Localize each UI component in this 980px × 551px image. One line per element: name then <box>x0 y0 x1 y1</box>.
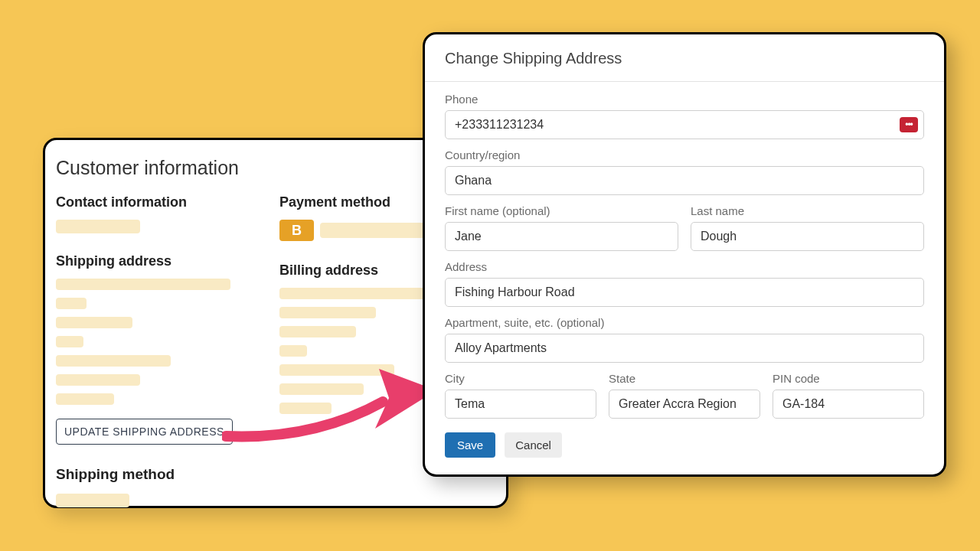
state-field[interactable] <box>609 390 760 419</box>
contact-info-heading: Contact information <box>56 194 272 210</box>
placeholder-line <box>279 307 376 318</box>
placeholder-line <box>279 326 356 337</box>
address-label: Address <box>445 260 924 273</box>
city-field[interactable] <box>445 390 596 419</box>
first-name-label: First name (optional) <box>445 204 678 217</box>
placeholder-line <box>56 298 87 309</box>
payment-provider-badge: B <box>279 220 314 241</box>
phone-label: Phone <box>445 93 924 106</box>
placeholder-line <box>279 403 332 414</box>
placeholder-line <box>56 279 230 290</box>
pin-field[interactable] <box>773 390 924 419</box>
state-label: State <box>609 372 760 385</box>
placeholder-line <box>56 220 140 233</box>
update-shipping-address-button[interactable]: UPDATE SHIPPING ADDRESS <box>56 419 233 445</box>
country-label: Country/region <box>445 148 924 161</box>
change-shipping-address-modal: Change Shipping Address Phone ••• Countr… <box>423 32 946 477</box>
password-manager-icon[interactable]: ••• <box>900 117 918 132</box>
placeholder-line <box>56 494 129 507</box>
apartment-label: Apartment, suite, etc. (optional) <box>445 316 924 329</box>
placeholder-line <box>279 345 307 357</box>
modal-header: Change Shipping Address <box>425 34 944 82</box>
apartment-field[interactable] <box>445 334 924 363</box>
phone-field[interactable] <box>445 110 924 139</box>
address-field[interactable] <box>445 278 924 307</box>
placeholder-line <box>56 355 171 367</box>
placeholder-line <box>279 383 364 395</box>
last-name-label: Last name <box>691 204 924 217</box>
modal-title: Change Shipping Address <box>445 50 924 67</box>
city-label: City <box>445 372 596 385</box>
shipping-address-heading: Shipping address <box>56 253 272 269</box>
modal-actions: Save Cancel <box>445 432 924 458</box>
placeholder-line <box>56 336 83 347</box>
placeholder-line <box>279 364 394 376</box>
pin-label: PIN code <box>773 372 924 385</box>
last-name-field[interactable] <box>691 222 924 251</box>
placeholder-line <box>56 393 114 405</box>
country-field[interactable] <box>445 166 924 195</box>
cancel-button[interactable]: Cancel <box>505 432 562 458</box>
first-name-field[interactable] <box>445 222 678 251</box>
save-button[interactable]: Save <box>445 432 495 458</box>
placeholder-line <box>56 317 132 328</box>
placeholder-line <box>56 374 140 386</box>
shipping-method-heading: Shipping method <box>56 466 272 483</box>
